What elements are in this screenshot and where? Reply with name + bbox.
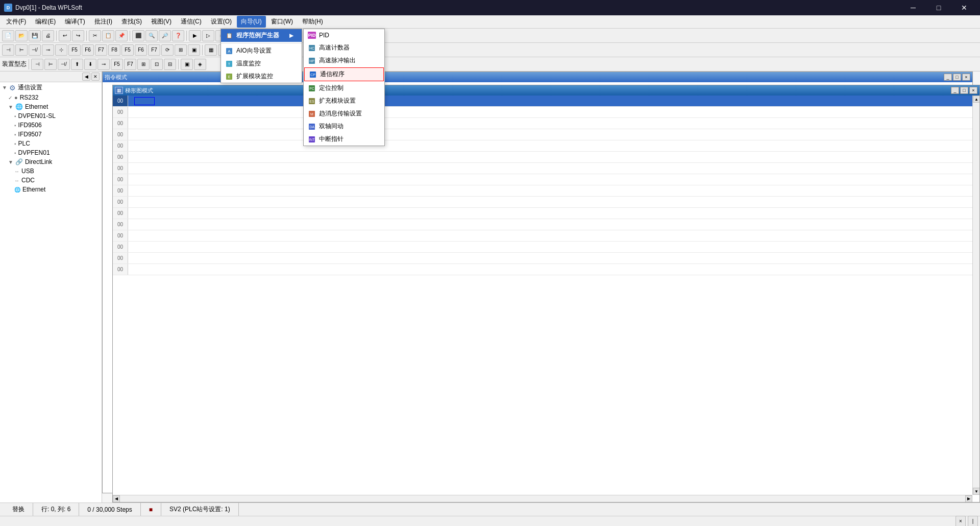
tree-ethernet-group[interactable]: ▼ 🌐 Ethernet [0, 102, 102, 111]
tb-undo[interactable]: ↩ [59, 30, 71, 41]
v-scroll-down[interactable]: ▼ [973, 488, 979, 495]
menu-aio[interactable]: A AIO向导设置 [221, 44, 302, 57]
submenu-ext-set[interactable]: ES 扩充模块设置 [304, 94, 384, 107]
tb2-1[interactable]: ⊣ [2, 44, 14, 56]
menu-program-gen[interactable]: 📋 程序范例产生器 ▶ [221, 29, 302, 42]
menu-compile[interactable]: 编译(T) [61, 16, 89, 28]
tb-compile[interactable]: ▶ [189, 30, 201, 41]
menu-ext-mon[interactable]: E 扩展模块监控 [221, 70, 302, 83]
submenu-high-output[interactable]: HP 高速脉冲输出 [304, 54, 384, 67]
ladder-row-6[interactable]: 00 [113, 163, 979, 174]
tb2-10[interactable]: F5 [121, 44, 134, 56]
tb2-3[interactable]: ⊣/ [29, 44, 41, 56]
win1-close[interactable]: × [962, 74, 970, 81]
tb-btn3[interactable]: 🔎 [159, 30, 171, 41]
submenu-dual-axis[interactable]: DA 双轴同动 [304, 120, 384, 133]
submenu-interrupt[interactable]: INT 中断指针 [304, 133, 384, 146]
tb3-5[interactable]: ⬇ [84, 59, 96, 70]
tree-plc[interactable]: ▪ PLC [0, 139, 102, 148]
menu-guide[interactable]: 向导(U) [237, 16, 266, 28]
tree-ifd9507[interactable]: ▪ IFD9507 [0, 130, 102, 139]
tree-dvpen01-sl[interactable]: ▪ DVPEN01-SL [0, 111, 102, 121]
tb2-9[interactable]: F8 [108, 44, 120, 56]
tb-run[interactable]: ▷ [202, 30, 214, 41]
menu-window[interactable]: 窗口(W) [267, 16, 297, 28]
submenu-pid[interactable]: PID PID [304, 29, 384, 41]
tb3-11[interactable]: ⊟ [164, 59, 176, 70]
menu-search[interactable]: 查找(S) [117, 16, 146, 28]
tb3-4[interactable]: ⬆ [71, 59, 83, 70]
tb3-1[interactable]: ⊣ [31, 59, 43, 70]
ladder-row-13[interactable]: 00 [113, 242, 979, 253]
minimize-button[interactable]: ─ [901, 0, 925, 15]
tb-print[interactable]: 🖨 [42, 30, 54, 41]
v-scroll-track[interactable] [973, 103, 979, 488]
bottom-panel-close[interactable]: × [955, 516, 966, 527]
win2-min[interactable]: _ [951, 87, 959, 94]
tb-redo[interactable]: ↪ [72, 30, 84, 41]
sidebar-close-btn[interactable]: ✕ [91, 73, 100, 81]
ladder-row-0[interactable]: 00 [113, 95, 979, 107]
submenu-pos-ctrl[interactable]: PC 定位控制 [304, 82, 384, 94]
ladder-row-11[interactable]: 00 [113, 219, 979, 230]
win2-close[interactable]: × [969, 87, 977, 94]
tb3-3[interactable]: ⊣/ [58, 59, 70, 70]
ladder-row-14[interactable]: 00 [113, 253, 979, 264]
tb2-5[interactable]: ⊹ [55, 44, 67, 56]
ladder-row-7[interactable]: 00 [113, 174, 979, 185]
tb-btn4[interactable]: ❓ [172, 30, 184, 41]
submenu-high-counter[interactable]: HC 高速计数器 [304, 41, 384, 54]
tb2-11[interactable]: F6 [135, 44, 147, 56]
tb3-2[interactable]: ⊢ [44, 59, 57, 70]
tree-ethernet2[interactable]: 🌐 Ethernet [0, 185, 102, 194]
ladder-row-5[interactable]: 00 [113, 152, 979, 163]
tb-paste[interactable]: 📌 [115, 30, 128, 41]
tb3-9[interactable]: ⊞ [137, 59, 150, 70]
h-scrollbar[interactable]: ◀ ▶ [113, 495, 972, 502]
ladder-row-4[interactable]: 00 [113, 140, 979, 152]
tb3-12[interactable]: ▣ [181, 59, 193, 70]
menu-settings[interactable]: 设置(O) [207, 16, 236, 28]
h-scroll-left[interactable]: ◀ [113, 495, 120, 503]
v-scroll-up[interactable]: ▲ [973, 95, 979, 103]
tree-cdc[interactable]: ↔ CDC [0, 176, 102, 185]
tb-btn1[interactable]: ⬛ [132, 30, 144, 41]
win1-min[interactable]: _ [944, 74, 952, 81]
tb2-8[interactable]: F7 [95, 44, 107, 56]
tb-copy[interactable]: 📋 [102, 30, 114, 41]
tb2-2[interactable]: ⊢ [15, 44, 28, 56]
win2-max[interactable]: □ [960, 87, 968, 94]
ladder-row-1[interactable]: 00 [113, 107, 979, 118]
menu-view[interactable]: 视图(V) [147, 16, 176, 28]
tb3-13[interactable]: ◈ [194, 59, 206, 70]
submenu-comm-prog[interactable]: CP 通信程序 [304, 67, 384, 81]
tb3-8[interactable]: F7 [124, 59, 136, 70]
tb3-10[interactable]: ⊡ [151, 59, 163, 70]
maximize-button[interactable]: □ [927, 0, 950, 15]
tb-btn2[interactable]: 🔍 [145, 30, 158, 41]
h-scroll-right[interactable]: ▶ [965, 495, 972, 503]
tb2-15[interactable]: ▣ [188, 44, 200, 56]
tree-dvpfen01[interactable]: ▪ DVPFEN01 [0, 148, 102, 157]
ladder-row-12[interactable]: 00 [113, 230, 979, 242]
tb2-6[interactable]: F5 [68, 44, 81, 56]
sidebar-collapse-btn[interactable]: ◀ [82, 73, 90, 81]
tree-rs232[interactable]: ✓ ● RS232 [0, 93, 102, 102]
tb-cut[interactable]: ✂ [89, 30, 101, 41]
submenu-msg-trans[interactable]: M 趋消息传输设置 [304, 107, 384, 120]
ladder-row-10[interactable]: 00 [113, 208, 979, 219]
tb2-16[interactable]: ▦ [205, 44, 217, 56]
tb-new[interactable]: 📄 [2, 30, 14, 41]
tb2-7[interactable]: F6 [82, 44, 94, 56]
tree-usb[interactable]: ↔ USB [0, 166, 102, 176]
tree-directlink-group[interactable]: ▼ 🔗 DirectLink [0, 157, 102, 166]
menu-edit[interactable]: 编程(E) [31, 16, 60, 28]
tb-open[interactable]: 📂 [15, 30, 28, 41]
tb2-4[interactable]: ⊸ [42, 44, 54, 56]
bottom-panel-collapse[interactable]: | [968, 516, 978, 527]
ladder-row-3[interactable]: 00 [113, 129, 979, 140]
tb-save[interactable]: 💾 [29, 30, 41, 41]
tb2-12[interactable]: F7 [148, 44, 160, 56]
tb3-6[interactable]: ⊸ [97, 59, 110, 70]
menu-temp[interactable]: T 温度监控 [221, 57, 302, 70]
